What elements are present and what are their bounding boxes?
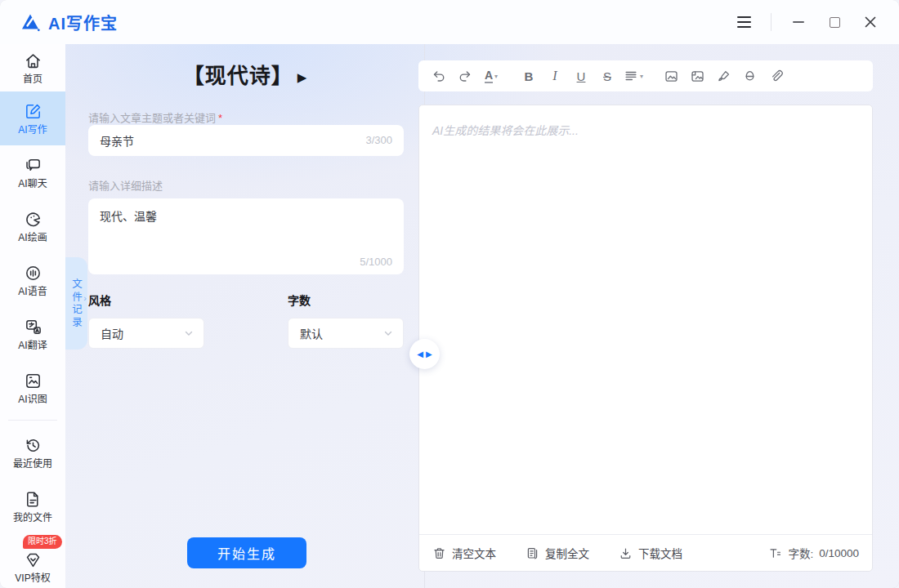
- sidebar-divider: [8, 420, 57, 421]
- screenshot-button[interactable]: [685, 64, 709, 88]
- chat-icon: [24, 156, 42, 175]
- style-select-value: 自动: [101, 325, 123, 341]
- sidebar-item-label: AI聊天: [18, 179, 47, 189]
- length-select[interactable]: 默认: [288, 318, 404, 349]
- copy-icon: [526, 546, 539, 560]
- template-title: 【现代诗】▶: [65, 59, 425, 89]
- download-doc-button[interactable]: 下载文档: [619, 545, 682, 561]
- voice-icon: [24, 264, 42, 283]
- window-controls: [731, 10, 899, 34]
- style-select[interactable]: 自动: [88, 318, 204, 349]
- sidebar-item-label: AI绘画: [18, 233, 47, 243]
- trash-icon: [432, 546, 446, 560]
- play-icon[interactable]: ▶: [297, 70, 308, 84]
- paint-palette-icon: [24, 210, 42, 229]
- clear-text-label: 清空文本: [452, 545, 496, 561]
- arrow-left-icon: ◀: [417, 350, 423, 359]
- topic-field-wrap: 3/300: [88, 125, 404, 156]
- menu-icon[interactable]: [731, 10, 756, 34]
- generate-button[interactable]: 开始生成: [187, 537, 306, 568]
- topic-label-text: 请输入文章主题或者关键词: [88, 112, 216, 124]
- editor-toolbar: A ▾ B I U S ▾: [418, 60, 873, 91]
- sidebar-item-ai-voice[interactable]: AI语音: [0, 253, 65, 307]
- copy-all-label: 复制全文: [545, 545, 589, 561]
- topic-input[interactable]: [88, 125, 404, 156]
- sidebar-item-recent[interactable]: 最近使用: [0, 425, 65, 479]
- font-color-button[interactable]: A ▾: [479, 64, 503, 88]
- pane-resize-handle[interactable]: ◀ ▶: [409, 339, 440, 369]
- length-label: 字数: [288, 292, 311, 308]
- italic-letter: I: [552, 69, 557, 83]
- word-count: 字数: 0/10000: [768, 545, 859, 561]
- clear-text-button[interactable]: 清空文本: [432, 545, 496, 561]
- font-color-letter: A: [485, 69, 493, 83]
- bold-letter: B: [525, 69, 534, 83]
- template-title-text: 【现代诗】: [183, 64, 293, 88]
- home-icon: [24, 51, 42, 70]
- sidebar-item-home[interactable]: 首页: [0, 44, 65, 91]
- sidebar-item-vip[interactable]: 限时3折 VIP特权: [0, 533, 65, 588]
- sidebar-item-label: AI识图: [18, 394, 47, 404]
- vip-gem-icon: [24, 550, 42, 569]
- close-button[interactable]: [858, 10, 883, 34]
- chevron-down-icon: [383, 328, 393, 338]
- copy-all-button[interactable]: 复制全文: [526, 545, 589, 561]
- sidebar-item-label: 最近使用: [13, 459, 52, 469]
- description-counter: 5/1000: [360, 256, 392, 268]
- strikethrough-button[interactable]: S: [595, 64, 619, 88]
- required-asterisk: *: [218, 112, 222, 124]
- insert-image-button[interactable]: [659, 64, 683, 88]
- chevron-down-icon: ▾: [640, 73, 643, 80]
- sidebar-item-ai-writing[interactable]: AI写作: [0, 91, 65, 145]
- history-icon: [24, 436, 42, 455]
- editor-pane: AI生成的结果将会在此展示... 清空文本: [418, 105, 873, 572]
- document-icon: [24, 490, 42, 509]
- sidebar-item-ai-translate[interactable]: AI翻译: [0, 307, 65, 361]
- arrow-right-icon: ▶: [426, 350, 432, 359]
- undo-button[interactable]: [427, 64, 451, 88]
- word-count-value: 0/10000: [819, 547, 859, 559]
- italic-button[interactable]: I: [543, 64, 567, 88]
- underline-button[interactable]: U: [569, 64, 593, 88]
- logo-icon: [20, 11, 41, 33]
- app-logo: AI写作宝: [0, 11, 118, 34]
- sidebar-item-label: AI语音: [18, 287, 47, 296]
- image-recognition-icon: [24, 372, 42, 390]
- topic-label: 请输入文章主题或者关键词*: [88, 109, 222, 125]
- description-field-wrap: 现代、温馨 5/1000: [88, 198, 404, 274]
- sidebar-item-label: VIP特权: [15, 573, 50, 583]
- sidebar-item-ai-paint[interactable]: AI绘画: [0, 199, 65, 253]
- title-bar: AI写作宝: [0, 0, 899, 44]
- sidebar-item-ai-image-recognition[interactable]: AI识图: [0, 361, 65, 415]
- sidebar-item-label: AI写作: [18, 125, 47, 135]
- description-label: 请输入详细描述: [88, 177, 163, 193]
- length-select-value: 默认: [300, 325, 323, 341]
- align-button[interactable]: ▾: [621, 64, 646, 88]
- sidebar-item-my-files[interactable]: 我的文件: [0, 479, 65, 533]
- chevron-down-icon: [184, 328, 194, 338]
- editor-content[interactable]: AI生成的结果将会在此展示...: [419, 105, 872, 534]
- window-controls-divider: [771, 13, 772, 31]
- chevron-down-icon: ▾: [494, 73, 498, 80]
- main-area: 文件记录 › 【现代诗】▶ 请输入文章主题或者关键词* 3/300 请输入详细描…: [65, 44, 899, 588]
- attachment-button[interactable]: [763, 64, 788, 88]
- sidebar-item-label: 我的文件: [13, 513, 52, 523]
- underline-letter: U: [577, 69, 586, 83]
- format-clear-button[interactable]: [737, 64, 762, 88]
- vip-discount-badge: 限时3折: [23, 535, 62, 549]
- redo-button[interactable]: [453, 64, 477, 88]
- description-textarea[interactable]: 现代、温馨: [88, 198, 404, 274]
- editor-footer: 清空文本 复制全文: [419, 534, 872, 571]
- sidebar: 首页 AI写作 AI聊天: [0, 44, 65, 588]
- form-pane: 【现代诗】▶ 请输入文章主题或者关键词* 3/300 请输入详细描述 现代、温馨…: [65, 44, 425, 588]
- write-icon: [24, 102, 42, 121]
- bold-button[interactable]: B: [517, 64, 541, 88]
- word-count-icon: [768, 546, 782, 560]
- minimize-button[interactable]: [786, 10, 811, 34]
- maximize-button[interactable]: [822, 10, 847, 34]
- topic-counter: 3/300: [365, 134, 392, 146]
- brush-button[interactable]: [711, 64, 736, 88]
- translate-icon: [24, 318, 42, 336]
- style-label: 风格: [88, 292, 111, 308]
- sidebar-item-ai-chat[interactable]: AI聊天: [0, 145, 65, 199]
